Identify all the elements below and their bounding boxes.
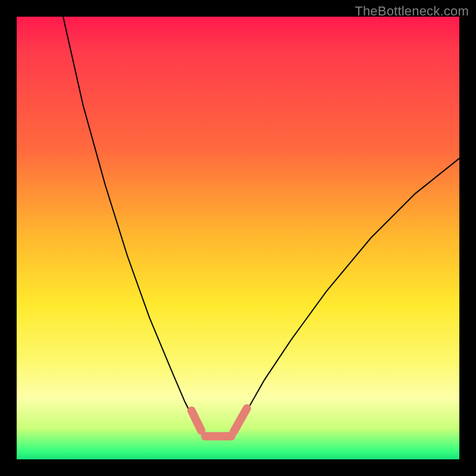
chart-frame: TheBottleneck.com [0, 0, 476, 476]
curve-right [235, 158, 459, 430]
marker-left-tail [192, 411, 201, 430]
marker-right-tail [234, 408, 247, 432]
curves-svg [17, 17, 459, 459]
plot-area [17, 17, 459, 459]
curve-left [63, 17, 202, 431]
